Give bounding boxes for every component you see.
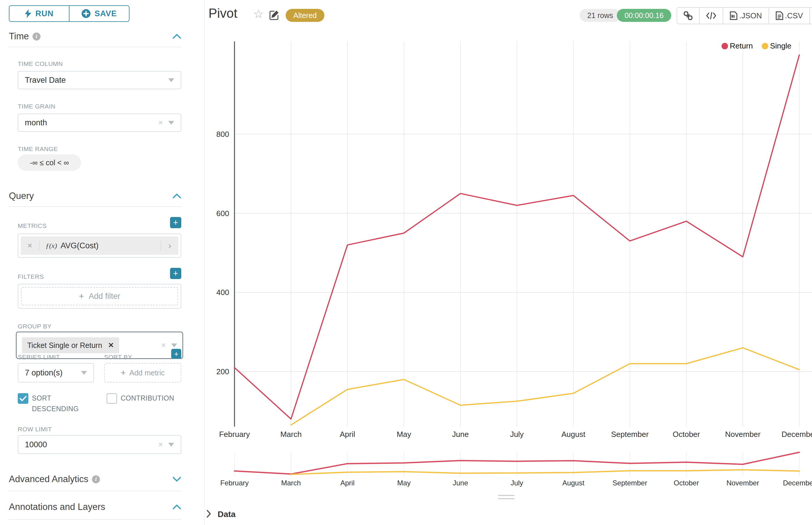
- remove-tag-icon[interactable]: ✕: [108, 341, 114, 349]
- time-grain-select[interactable]: month ×: [18, 114, 181, 132]
- x-tick-label: February: [219, 430, 250, 439]
- caret-down-icon: [81, 371, 87, 375]
- time-section-title: Time: [9, 31, 29, 42]
- mini-x-tick-label: May: [397, 479, 411, 487]
- mini-x-tick-label: October: [674, 479, 699, 487]
- caret-down-icon: [168, 78, 174, 82]
- chevron-up-icon[interactable]: [173, 34, 181, 39]
- legend-label: Single: [770, 41, 791, 50]
- legend-label: Return: [730, 41, 753, 50]
- series-line-single[interactable]: [291, 348, 799, 425]
- metric-value: AVG(Cost): [61, 241, 99, 250]
- chart-legend: ReturnSingle: [722, 41, 791, 50]
- y-tick-label: 400: [217, 288, 229, 297]
- series-limit-value: 7 option(s): [25, 368, 63, 377]
- plus-icon: +: [121, 368, 126, 378]
- filters-label: FILTERS: [18, 273, 44, 280]
- metric-pill[interactable]: × ƒ(x) AVG(Cost) ›: [21, 237, 178, 255]
- y-tick-label: 200: [217, 367, 229, 376]
- caret-down-icon: [168, 443, 174, 447]
- annotations-section-header[interactable]: Annotations and Layers: [9, 500, 181, 514]
- time-column-label: TIME COLUMN: [18, 60, 63, 68]
- info-icon: i: [92, 475, 100, 483]
- row-limit-label: ROW LIMIT: [18, 426, 52, 433]
- time-range-pill[interactable]: -∞ ≤ col < ∞: [18, 154, 81, 171]
- mini-x-tick-label: March: [281, 479, 301, 487]
- group-by-tag: Ticket Single or Return ✕: [22, 337, 119, 353]
- section-divider: [9, 206, 181, 207]
- fx-icon: ƒ(x): [46, 242, 57, 250]
- time-column-value: Travel Date: [25, 76, 66, 85]
- caret-down-icon: [168, 121, 174, 125]
- series-limit-select[interactable]: 7 option(s): [18, 363, 94, 382]
- control-panel-sidebar: RUN SAVE Time i TIME COLUMN Travel Date …: [0, 0, 205, 525]
- sort-descending-label: SORT DESCENDING: [32, 393, 86, 414]
- contribution-checkbox-row[interactable]: CONTRIBUTION: [106, 393, 183, 404]
- add-filter-plus-button[interactable]: +: [170, 268, 181, 279]
- x-tick-label: June: [452, 430, 469, 439]
- check-icon: [19, 395, 27, 402]
- legend-dot: [762, 43, 768, 49]
- time-grain-label: TIME GRAIN: [18, 103, 56, 110]
- mini-x-tick-label: August: [562, 479, 585, 487]
- sort-by-add-metric-button[interactable]: + Add metric: [104, 363, 181, 382]
- chevron-up-icon[interactable]: [173, 193, 181, 199]
- chevron-down-icon[interactable]: [173, 477, 181, 482]
- add-metric-plus-button[interactable]: +: [170, 217, 181, 228]
- legend-item-single[interactable]: Single: [762, 41, 791, 50]
- add-metric-label: Add metric: [130, 369, 165, 377]
- mini-x-tick-label: June: [453, 479, 468, 487]
- sort-descending-checkbox[interactable]: [18, 393, 28, 404]
- y-tick-label: 800: [217, 130, 229, 139]
- chevron-up-icon[interactable]: [173, 504, 181, 510]
- caret-down-icon: [171, 344, 177, 347]
- clear-icon[interactable]: ×: [158, 440, 163, 449]
- add-filter-button[interactable]: + Add filter: [21, 287, 178, 305]
- y-tick-label: 600: [217, 209, 229, 218]
- clear-icon[interactable]: ×: [158, 118, 163, 127]
- x-tick-label: August: [562, 430, 586, 439]
- advanced-analytics-title: Advanced Analytics: [9, 474, 88, 484]
- run-save-button-group: RUN SAVE: [9, 5, 130, 22]
- x-tick-label: September: [611, 430, 649, 439]
- mini-x-tick-label: September: [612, 479, 647, 487]
- x-tick-label: December: [782, 430, 812, 439]
- group-by-label: GROUP BY: [18, 323, 51, 330]
- run-button[interactable]: RUN: [10, 6, 69, 21]
- clear-icon[interactable]: ×: [161, 341, 166, 350]
- save-button[interactable]: SAVE: [69, 6, 129, 21]
- info-icon: i: [32, 32, 41, 41]
- plus-circle-icon: [82, 9, 90, 18]
- annotations-title: Annotations and Layers: [9, 501, 105, 512]
- row-limit-select[interactable]: 10000 ×: [18, 435, 181, 454]
- x-tick-label: July: [510, 430, 524, 439]
- series-limit-label: SERIES LIMIT: [18, 354, 60, 361]
- save-button-label: SAVE: [94, 9, 117, 18]
- advanced-analytics-section-header[interactable]: Advanced Analytics i: [9, 472, 181, 486]
- superset-explore-page: RUN SAVE Time i TIME COLUMN Travel Date …: [0, 0, 812, 525]
- metrics-field: × ƒ(x) AVG(Cost) ›: [18, 234, 181, 258]
- contribution-checkbox[interactable]: [106, 393, 117, 404]
- query-section-header[interactable]: Query: [9, 189, 181, 203]
- section-divider: [9, 519, 181, 520]
- x-tick-label: April: [340, 430, 355, 439]
- add-sort-metric-plus-button[interactable]: +: [171, 349, 181, 359]
- time-grain-value: month: [25, 118, 47, 127]
- mini-series-line-single: [291, 470, 799, 475]
- remove-metric-icon[interactable]: ×: [21, 241, 40, 250]
- time-section-header[interactable]: Time i: [9, 30, 181, 43]
- legend-item-return[interactable]: Return: [722, 41, 753, 50]
- sort-descending-checkbox-row[interactable]: SORT DESCENDING: [18, 393, 86, 414]
- run-button-label: RUN: [35, 9, 54, 18]
- sort-by-label: SORT BY: [104, 354, 132, 361]
- group-by-tag-label: Ticket Single or Return: [27, 341, 102, 350]
- time-column-select[interactable]: Travel Date: [18, 71, 181, 89]
- contribution-label: CONTRIBUTION: [121, 393, 174, 404]
- mini-x-tick-label: December: [783, 479, 812, 487]
- row-limit-value: 10000: [25, 440, 47, 449]
- add-filter-label: Add filter: [89, 292, 120, 301]
- chevron-right-icon[interactable]: ›: [161, 241, 178, 251]
- x-tick-label: March: [280, 430, 301, 439]
- filters-field: + Add filter: [18, 284, 181, 309]
- section-divider: [9, 47, 181, 47]
